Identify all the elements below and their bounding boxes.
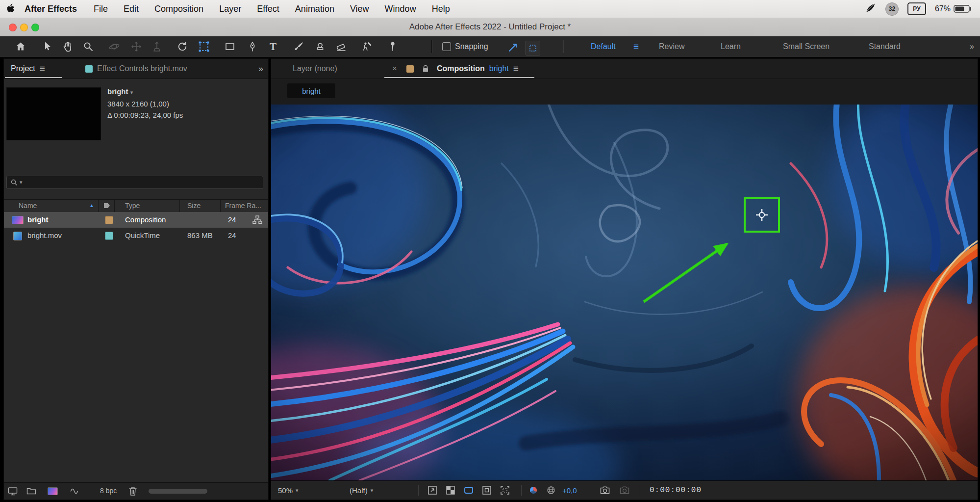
adjust-icon[interactable] <box>69 485 81 497</box>
lock-icon[interactable] <box>421 59 430 79</box>
zoom-tool[interactable] <box>80 38 97 55</box>
annotation-highlight-rect <box>744 197 780 233</box>
snap-edges-icon[interactable] <box>505 39 522 55</box>
toolbar-overflow-chevron[interactable]: » <box>970 36 974 57</box>
new-composition-icon[interactable] <box>46 485 59 497</box>
toolbar-separator <box>563 40 563 53</box>
project-panel-footer: 8 bpc <box>4 482 268 500</box>
comp-navigator-strip: bright <box>271 79 978 105</box>
workspace-menu-icon[interactable]: ≡ <box>633 36 639 57</box>
horizontal-scrollbar[interactable] <box>149 489 207 494</box>
clone-stamp-tool[interactable] <box>312 38 328 55</box>
rotation-tool[interactable] <box>174 38 190 55</box>
table-row-bright[interactable]: bright Composition 24 <box>4 212 268 228</box>
interpret-footage-icon[interactable] <box>6 485 19 497</box>
exposure-sphere-icon[interactable] <box>545 484 557 497</box>
region-of-interest-icon[interactable] <box>480 484 493 497</box>
active-tab-underline <box>5 77 62 78</box>
column-type[interactable]: Type <box>125 202 140 210</box>
search-options-icon[interactable]: ▾ <box>20 179 23 185</box>
menu-effect[interactable]: Effect <box>249 4 287 14</box>
viewer-footer: 50% ▾ (Half) ▾ <box>271 480 978 500</box>
selection-tool[interactable] <box>39 38 55 55</box>
menu-window[interactable]: Window <box>377 4 424 14</box>
pan-camera-tool[interactable] <box>128 38 145 55</box>
column-frame-rate[interactable]: Frame Ra... <box>225 202 261 210</box>
panel-overflow-chevron[interactable]: » <box>258 59 263 79</box>
camera-tool-active[interactable] <box>196 38 212 55</box>
menu-view[interactable]: View <box>342 4 377 14</box>
show-snapshot-icon[interactable] <box>618 484 631 497</box>
composition-panel: Layer (none) × Composition bright ≡ brig… <box>271 59 978 500</box>
crop-region-icon[interactable] <box>499 484 511 497</box>
tab-layer[interactable]: Layer (none) <box>293 59 337 79</box>
panel-color-swatch <box>85 65 93 73</box>
flowchart-icon[interactable] <box>252 215 262 224</box>
close-tab-icon[interactable]: × <box>392 59 397 79</box>
viewer-menu-icon[interactable]: ≡ <box>513 63 519 74</box>
label-column-icon[interactable] <box>103 202 111 210</box>
comp-navigator-button[interactable]: bright <box>287 83 335 98</box>
tab-project[interactable]: Project ≡ <box>11 59 45 79</box>
snapping-toggle[interactable]: Snapping <box>442 36 488 57</box>
eraser-tool[interactable] <box>333 38 350 55</box>
menu-file[interactable]: File <box>86 4 116 14</box>
color-depth-button[interactable]: 8 bpc <box>100 487 117 495</box>
mask-visibility-icon[interactable] <box>462 484 475 497</box>
tab-composition-bright[interactable]: Composition bright ≡ <box>437 59 519 79</box>
workspace-standard[interactable]: Standard <box>869 36 901 57</box>
rectangle-tool[interactable] <box>222 38 238 55</box>
grid-options-icon[interactable] <box>426 484 439 497</box>
timecode-display[interactable]: 0:00:00:00 <box>650 481 702 500</box>
notification-badge[interactable]: 32 <box>885 2 899 16</box>
roto-brush-tool[interactable] <box>358 38 375 55</box>
transparency-grid-icon[interactable] <box>444 484 457 497</box>
battery-status[interactable]: 67% <box>935 4 972 14</box>
workspace-default[interactable]: Default <box>591 36 616 57</box>
brush-tool[interactable] <box>290 38 307 55</box>
pen-tool[interactable] <box>244 38 261 55</box>
puppet-pin-tool[interactable] <box>384 38 401 55</box>
apple-menu-icon[interactable] <box>7 3 16 14</box>
column-name[interactable]: Name <box>19 202 37 210</box>
workspace-small-screen[interactable]: Small Screen <box>783 36 829 57</box>
dolly-camera-tool[interactable] <box>149 38 165 55</box>
exposure-value[interactable]: +0,0 <box>562 486 577 495</box>
orbit-camera-tool[interactable] <box>106 38 123 55</box>
menu-layer[interactable]: Layer <box>211 4 249 14</box>
workspace-learn[interactable]: Learn <box>721 36 741 57</box>
search-input[interactable] <box>24 178 259 187</box>
menu-animation[interactable]: Animation <box>287 4 342 14</box>
table-row-bright-mov[interactable]: bright.mov QuickTime 863 MB 24 <box>4 228 268 243</box>
tab-effect-controls[interactable]: Effect Controls bright.mov <box>85 59 187 79</box>
hand-tool[interactable] <box>59 38 76 55</box>
label-color-swatch[interactable] <box>105 232 113 240</box>
label-color-swatch[interactable] <box>105 216 113 224</box>
snap-features-icon[interactable] <box>525 40 541 56</box>
color-management-icon[interactable] <box>527 484 540 497</box>
resolution-dropdown[interactable]: (Half) ▾ <box>350 481 373 500</box>
composition-canvas-art <box>271 105 978 480</box>
sort-asc-icon[interactable]: ▲ <box>89 203 94 208</box>
project-search-box[interactable]: ▾ <box>6 176 263 189</box>
menu-help[interactable]: Help <box>424 4 458 14</box>
menu-edit[interactable]: Edit <box>116 4 147 14</box>
home-tool[interactable] <box>12 38 29 55</box>
feather-icon[interactable] <box>865 2 877 16</box>
snapping-checkbox[interactable] <box>442 42 451 51</box>
new-folder-icon[interactable] <box>25 485 38 497</box>
take-snapshot-icon[interactable] <box>599 484 611 497</box>
composition-viewport[interactable] <box>271 105 978 480</box>
workspace-review[interactable]: Review <box>659 36 684 57</box>
magnification-dropdown[interactable]: 50% ▾ <box>278 481 299 500</box>
menu-app-name[interactable]: After Effects <box>16 4 86 14</box>
column-size[interactable]: Size <box>187 202 201 210</box>
type-tool[interactable]: T <box>265 38 281 55</box>
trash-icon[interactable] <box>126 485 139 497</box>
viewer-option-icons <box>426 481 511 500</box>
input-source-badge[interactable]: РУ <box>907 2 926 15</box>
footage-name-row[interactable]: bright ▾ <box>107 86 183 98</box>
menu-composition[interactable]: Composition <box>147 4 211 14</box>
panel-menu-icon[interactable]: ≡ <box>40 63 45 74</box>
exposure-group: +0,0 <box>527 481 577 500</box>
